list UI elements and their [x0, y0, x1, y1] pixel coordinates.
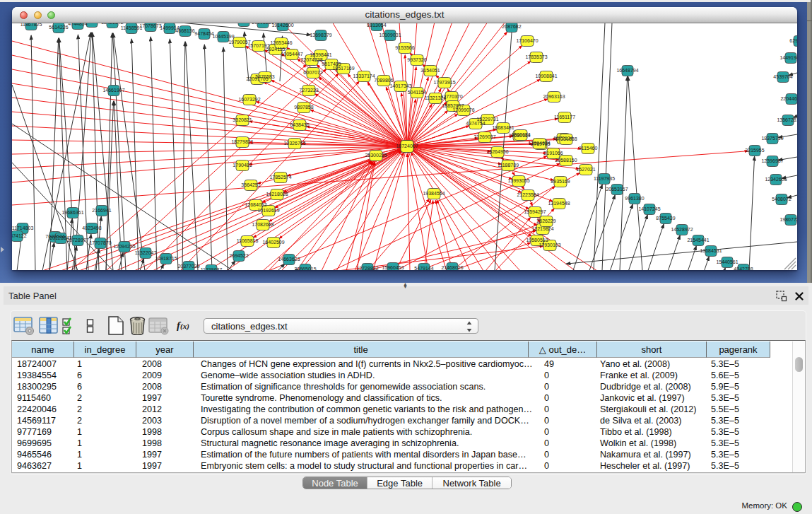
svg-text:13337174: 13337174 — [353, 74, 375, 78]
svg-text:18724007: 18724007 — [396, 144, 418, 148]
svg-text:14017343: 14017343 — [389, 83, 411, 88]
svg-text:11065818: 11065818 — [237, 238, 259, 243]
svg-text:16073292: 16073292 — [238, 97, 260, 102]
svg-text:13594297: 13594297 — [524, 209, 546, 214]
svg-text:4539704: 4539704 — [773, 74, 792, 79]
svg-text:18683481: 18683481 — [492, 125, 514, 130]
svg-text:12684052: 12684052 — [245, 202, 266, 207]
svg-text:2166941: 2166941 — [92, 208, 111, 213]
svg-text:12770370: 12770370 — [440, 94, 462, 99]
svg-text:15440561: 15440561 — [716, 259, 738, 264]
svg-text:4374754: 4374754 — [466, 121, 485, 126]
svg-text:19686361: 19686361 — [61, 210, 83, 215]
svg-text:7374122: 7374122 — [12, 233, 27, 238]
svg-text:2087682: 2087682 — [502, 24, 521, 29]
svg-text:10908841: 10908841 — [535, 74, 557, 78]
svg-text:16648794: 16648794 — [616, 68, 638, 73]
svg-text:4842788: 4842788 — [734, 267, 753, 270]
svg-text:2694522: 2694522 — [229, 253, 248, 258]
svg-text:18398441: 18398441 — [310, 52, 331, 57]
svg-text:12342608: 12342608 — [765, 177, 787, 182]
svg-text:14918715: 14918715 — [155, 256, 177, 261]
svg-text:5924115: 5924115 — [266, 47, 286, 52]
svg-text:12728882: 12728882 — [356, 266, 378, 270]
svg-text:16402509: 16402509 — [262, 240, 284, 245]
svg-text:14107245: 14107245 — [638, 206, 660, 211]
svg-text:25300235: 25300235 — [365, 153, 387, 158]
svg-text:21545441: 21545441 — [687, 238, 709, 243]
svg-text:2191066: 2191066 — [543, 151, 563, 156]
svg-text:7273233: 7273233 — [299, 88, 318, 93]
svg-text:10192619: 10192619 — [257, 208, 279, 213]
svg-text:12396987: 12396987 — [761, 158, 783, 163]
svg-text:15960453: 15960453 — [382, 265, 404, 270]
svg-text:3320821: 3320821 — [233, 117, 252, 122]
svg-text:11322047: 11322047 — [135, 250, 157, 255]
svg-text:5479144: 5479144 — [414, 266, 433, 270]
svg-text:17852574: 17852574 — [269, 175, 291, 180]
svg-text:21223584: 21223584 — [517, 192, 539, 197]
svg-text:3215955: 3215955 — [745, 148, 764, 153]
svg-text:8813054: 8813054 — [367, 23, 386, 28]
svg-text:19384554: 19384554 — [423, 191, 445, 196]
svg-text:17082668: 17082668 — [252, 222, 273, 227]
svg-text:14663623: 14663623 — [278, 257, 300, 262]
svg-text:9115460: 9115460 — [579, 146, 598, 151]
svg-text:11714803: 11714803 — [12, 226, 33, 230]
svg-text:20377039: 20377039 — [177, 264, 199, 269]
svg-text:2626229: 2626229 — [536, 218, 555, 223]
svg-text:9961380: 9961380 — [625, 196, 644, 201]
svg-text:19142600: 19142600 — [271, 23, 293, 28]
svg-text:21269037: 21269037 — [473, 134, 495, 139]
svg-text:17707870: 17707870 — [89, 240, 111, 245]
svg-text:11197935: 11197935 — [594, 176, 615, 181]
svg-text:10109031: 10109031 — [379, 33, 401, 37]
svg-text:11188789: 11188789 — [498, 163, 519, 168]
svg-text:10326765: 10326765 — [283, 141, 305, 146]
svg-text:11651177: 11651177 — [554, 115, 575, 119]
svg-text:14528972: 14528972 — [671, 227, 693, 232]
svg-text:9478454: 9478454 — [194, 31, 213, 36]
svg-text:17099076: 17099076 — [452, 107, 474, 112]
svg-text:10445199: 10445199 — [212, 34, 234, 39]
svg-text:12219824: 12219824 — [531, 226, 553, 231]
svg-text:13698379: 13698379 — [310, 33, 331, 37]
svg-text:21468026: 21468026 — [441, 265, 463, 270]
svg-text:3154051: 3154051 — [420, 68, 440, 73]
svg-text:13684531: 13684531 — [700, 248, 722, 253]
svg-text:13567281: 13567281 — [777, 117, 797, 122]
svg-text:5041154: 5041154 — [408, 90, 427, 95]
svg-text:19807725: 19807725 — [779, 217, 797, 222]
svg-text:4823498: 4823498 — [82, 226, 101, 230]
svg-text:14661907: 14661907 — [102, 88, 124, 93]
svg-text:13694634: 13694634 — [528, 141, 550, 146]
svg-text:14218028: 14218028 — [266, 192, 288, 197]
svg-text:5408072: 5408072 — [772, 197, 791, 201]
svg-text:13993055: 13993055 — [507, 178, 529, 183]
svg-text:14491946: 14491946 — [779, 55, 797, 60]
svg-text:11338687: 11338687 — [201, 267, 223, 270]
svg-text:3564251: 3564251 — [241, 182, 260, 187]
svg-text:6292423: 6292423 — [789, 38, 797, 43]
svg-text:17973915: 17973915 — [433, 80, 455, 85]
svg-text:7089806: 7089806 — [374, 78, 393, 83]
svg-text:4668136: 4668136 — [175, 28, 194, 33]
svg-text:17231838: 17231838 — [555, 136, 577, 141]
svg-text:6007072: 6007072 — [303, 70, 322, 75]
svg-text:16264956: 16264956 — [486, 149, 508, 154]
svg-text:1527021: 1527021 — [576, 167, 595, 172]
svg-text:20963163: 20963163 — [543, 94, 565, 99]
svg-text:6438436: 6438436 — [290, 122, 309, 127]
svg-text:5614226: 5614226 — [49, 25, 68, 30]
svg-text:12094235: 12094235 — [113, 244, 135, 249]
svg-text:15229731: 15229731 — [476, 117, 498, 122]
svg-text:18279821: 18279821 — [231, 139, 253, 144]
svg-text:10054447: 10054447 — [281, 52, 302, 57]
svg-text:22044602: 22044602 — [780, 96, 797, 101]
svg-text:5476583: 5476583 — [255, 74, 274, 79]
svg-text:8935169: 8935169 — [551, 179, 570, 184]
svg-text:9153566: 9153566 — [395, 45, 414, 50]
svg-text:4860684: 4860684 — [511, 132, 530, 137]
svg-text:9937326: 9937326 — [407, 57, 426, 62]
svg-text:13194548: 13194548 — [548, 201, 570, 206]
